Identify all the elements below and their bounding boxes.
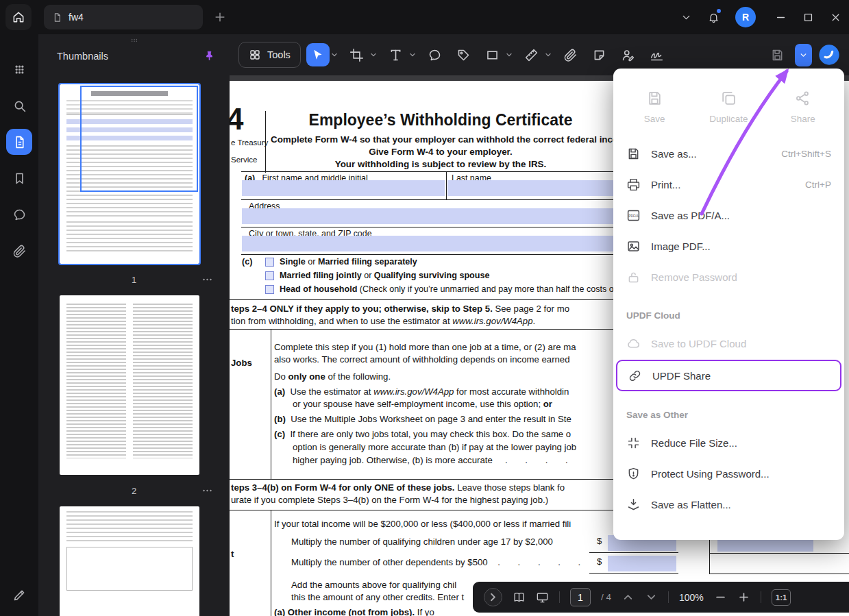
maximize-button[interactable] xyxy=(794,3,822,31)
tag-tool-button[interactable] xyxy=(452,43,476,66)
pin-panel-button[interactable] xyxy=(203,49,216,62)
close-button[interactable] xyxy=(822,3,849,31)
menu-item-shortcut: Ctrl+P xyxy=(805,180,831,190)
form-field-first-name[interactable] xyxy=(242,180,445,196)
search-button[interactable] xyxy=(6,93,32,119)
document-icon xyxy=(12,135,27,149)
step3-label: t xyxy=(231,549,234,560)
thumbnails-panel-button[interactable] xyxy=(6,129,32,155)
crop-icon xyxy=(349,48,364,62)
form-rule xyxy=(230,479,654,480)
ai-assistant-button[interactable] xyxy=(818,44,840,66)
select-tool-button[interactable] xyxy=(306,43,330,66)
form-field-address[interactable] xyxy=(242,208,627,224)
attach-tool-button[interactable] xyxy=(559,43,582,66)
form-field-dependent-credit[interactable] xyxy=(608,556,676,571)
shape-tool-button[interactable] xyxy=(481,43,504,66)
form-note: tion from withholding, and when to use t… xyxy=(231,316,535,328)
tools-button-label: Tools xyxy=(267,49,291,60)
page-thumbnail[interactable] xyxy=(60,506,199,616)
presentation-button[interactable] xyxy=(536,591,549,604)
svg-text:PDF/A: PDF/A xyxy=(628,214,639,218)
reader-view-button[interactable] xyxy=(513,591,526,604)
tabs-dropdown-button[interactable] xyxy=(672,3,700,31)
tag-icon xyxy=(456,48,471,62)
imagepdf-icon xyxy=(626,239,641,254)
panel-title: Thumbnails xyxy=(57,51,108,62)
checkbox-married-jointly[interactable] xyxy=(265,271,274,280)
stylus-icon xyxy=(12,588,27,602)
form-field-city[interactable] xyxy=(242,236,627,251)
next-page-button[interactable] xyxy=(645,591,658,604)
tools-button[interactable]: Tools xyxy=(238,42,301,68)
text-tool-chevron[interactable] xyxy=(408,43,418,66)
comment-tool-button[interactable] xyxy=(423,43,447,66)
crop-tool-button[interactable] xyxy=(345,43,369,66)
form-field-last-name[interactable] xyxy=(447,180,627,196)
step2-option-c: option is generally more accurate than (… xyxy=(293,442,576,454)
menu-item-label: UPDF Share xyxy=(652,370,830,382)
attachments-button[interactable] xyxy=(6,238,32,264)
notification-dot xyxy=(717,9,721,13)
shape-tool-chevron[interactable] xyxy=(504,43,515,66)
menu-item-save-as[interactable]: Save as...Ctrl+Shift+S xyxy=(613,138,844,169)
measure-tool-chevron[interactable] xyxy=(543,43,554,66)
previous-page-button[interactable] xyxy=(622,591,635,604)
chevron-right-icon xyxy=(487,591,500,604)
page-thumbnail[interactable] xyxy=(60,84,199,264)
thumbnail-more-button[interactable] xyxy=(201,485,213,497)
expand-panel-button[interactable] xyxy=(484,588,502,606)
page-number-input[interactable]: 1 xyxy=(570,588,591,606)
thumbnail-more-button[interactable] xyxy=(201,274,213,286)
thumbnail-item: 3 xyxy=(60,506,209,616)
form-note: urate if you complete Steps 3–4(b) on th… xyxy=(231,495,548,506)
menu-item-updf-share[interactable]: UPDF Share xyxy=(616,360,841,391)
save-menu-toggle[interactable] xyxy=(795,44,812,66)
document-tab[interactable]: fw4 xyxy=(44,5,203,29)
signature-tool-button[interactable] xyxy=(645,43,669,66)
menu-item-label: Reduce File Size... xyxy=(651,437,831,449)
text-tool-button[interactable] xyxy=(384,43,408,66)
annotations-button[interactable] xyxy=(6,201,32,227)
apps-button[interactable] xyxy=(6,56,32,82)
ai-icon xyxy=(818,44,840,66)
monitor-icon xyxy=(536,591,549,604)
home-icon xyxy=(12,10,25,24)
maximize-icon xyxy=(802,12,814,23)
menu-item-protect-using-password[interactable]: Protect Using Password... xyxy=(613,458,844,489)
measure-tool-button[interactable] xyxy=(520,43,543,66)
menu-item-print[interactable]: Print...Ctrl+P xyxy=(613,169,844,200)
step3-text: Add the amounts above for qualifying chi… xyxy=(291,580,456,591)
crop-tool-chevron[interactable] xyxy=(369,43,379,66)
form-rule xyxy=(589,552,678,553)
checkbox-head-of-household[interactable] xyxy=(265,285,274,294)
checkbox-label: Married filing jointly or Qualifying sur… xyxy=(280,271,490,282)
menu-item-image-pdf[interactable]: Image PDF... xyxy=(613,231,844,262)
thumbnail-viewport-indicator[interactable] xyxy=(80,86,198,192)
sticker-icon xyxy=(592,48,606,62)
select-tool-chevron[interactable] xyxy=(330,43,340,66)
cursor-icon xyxy=(310,48,325,62)
notifications-button[interactable] xyxy=(700,3,727,31)
sticker-tool-button[interactable] xyxy=(588,43,611,66)
form-rule xyxy=(230,299,654,300)
menu-item-save-as-pdf-a[interactable]: PDF/ASave as PDF/A... xyxy=(613,200,844,231)
actual-size-button[interactable]: 1:1 xyxy=(772,589,791,606)
checkbox-single[interactable] xyxy=(265,258,274,267)
avatar[interactable]: R xyxy=(735,7,756,27)
search-icon xyxy=(12,99,27,113)
page-thumbnail[interactable] xyxy=(60,295,199,475)
book-icon xyxy=(513,591,526,604)
panel-resize-handle[interactable] xyxy=(127,35,141,46)
home-button[interactable] xyxy=(5,4,32,30)
pen-tool-button[interactable] xyxy=(6,582,32,608)
menu-item-save-as-flatten[interactable]: Save as Flatten... xyxy=(613,489,844,520)
bookmarks-button[interactable] xyxy=(6,165,32,191)
menu-item-label: Image PDF... xyxy=(651,241,831,252)
minimize-button[interactable] xyxy=(767,3,794,31)
sign-tool-button[interactable] xyxy=(617,43,640,66)
zoom-out-button[interactable] xyxy=(714,591,727,604)
new-tab-button[interactable] xyxy=(210,7,230,27)
menu-item-reduce-file-size[interactable]: Reduce File Size... xyxy=(613,428,844,458)
zoom-in-button[interactable] xyxy=(737,591,750,604)
